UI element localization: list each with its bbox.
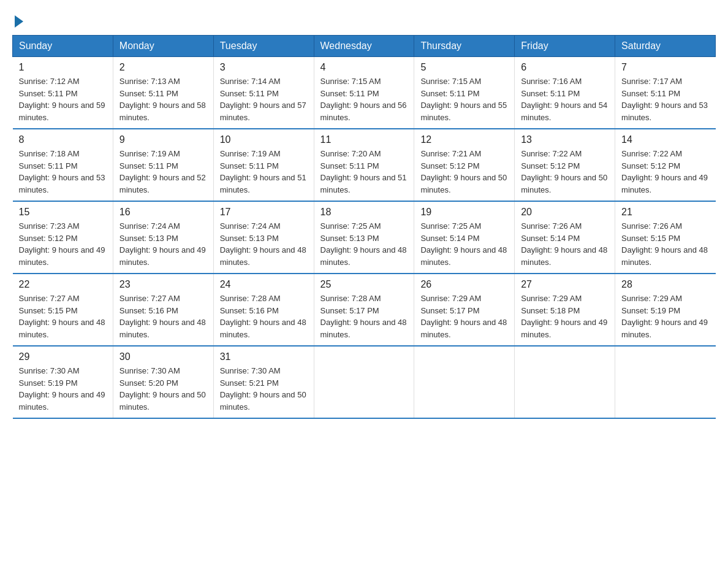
day-info: Sunrise: 7:24 AM Sunset: 5:13 PM Dayligh…: [220, 220, 308, 268]
calendar-day-cell: 12 Sunrise: 7:21 AM Sunset: 5:12 PM Dayl…: [414, 129, 515, 201]
day-number: 28: [621, 279, 709, 290]
day-info: Sunrise: 7:19 AM Sunset: 5:11 PM Dayligh…: [119, 148, 207, 196]
calendar-day-cell: 22 Sunrise: 7:27 AM Sunset: 5:15 PM Dayl…: [13, 274, 113, 346]
day-info: Sunrise: 7:28 AM Sunset: 5:16 PM Dayligh…: [220, 293, 308, 340]
calendar-day-cell: 29 Sunrise: 7:30 AM Sunset: 5:19 PM Dayl…: [13, 346, 113, 418]
day-info: Sunrise: 7:22 AM Sunset: 5:12 PM Dayligh…: [521, 148, 609, 196]
calendar-header: SundayMondayTuesdayWednesdayThursdayFrid…: [13, 36, 716, 57]
calendar-body: 1 Sunrise: 7:12 AM Sunset: 5:11 PM Dayli…: [13, 57, 716, 419]
day-number: 11: [320, 134, 408, 145]
day-info: Sunrise: 7:30 AM Sunset: 5:20 PM Dayligh…: [119, 365, 207, 413]
day-info: Sunrise: 7:27 AM Sunset: 5:16 PM Dayligh…: [119, 293, 207, 340]
weekday-header-saturday: Saturday: [615, 36, 716, 57]
calendar-day-cell: [615, 346, 716, 418]
day-number: 24: [220, 279, 308, 290]
day-info: Sunrise: 7:30 AM Sunset: 5:21 PM Dayligh…: [220, 365, 308, 413]
calendar-day-cell: 5 Sunrise: 7:15 AM Sunset: 5:11 PM Dayli…: [414, 57, 515, 129]
day-info: Sunrise: 7:26 AM Sunset: 5:15 PM Dayligh…: [621, 220, 709, 268]
day-number: 12: [420, 134, 508, 145]
day-info: Sunrise: 7:17 AM Sunset: 5:11 PM Dayligh…: [621, 75, 709, 123]
calendar-day-cell: 10 Sunrise: 7:19 AM Sunset: 5:11 PM Dayl…: [213, 129, 314, 201]
calendar-week-row: 15 Sunrise: 7:23 AM Sunset: 5:12 PM Dayl…: [13, 201, 716, 274]
day-number: 22: [19, 279, 107, 290]
day-number: 18: [320, 207, 408, 218]
calendar-week-row: 29 Sunrise: 7:30 AM Sunset: 5:19 PM Dayl…: [13, 346, 716, 418]
day-info: Sunrise: 7:28 AM Sunset: 5:17 PM Dayligh…: [320, 293, 408, 340]
calendar-day-cell: 25 Sunrise: 7:28 AM Sunset: 5:17 PM Dayl…: [314, 274, 414, 346]
day-number: 8: [19, 134, 107, 145]
day-info: Sunrise: 7:24 AM Sunset: 5:13 PM Dayligh…: [119, 220, 207, 268]
calendar-day-cell: 3 Sunrise: 7:14 AM Sunset: 5:11 PM Dayli…: [213, 57, 314, 129]
day-info: Sunrise: 7:29 AM Sunset: 5:19 PM Dayligh…: [621, 293, 709, 340]
day-info: Sunrise: 7:23 AM Sunset: 5:12 PM Dayligh…: [19, 220, 107, 268]
day-info: Sunrise: 7:15 AM Sunset: 5:11 PM Dayligh…: [420, 75, 508, 123]
calendar-day-cell: 8 Sunrise: 7:18 AM Sunset: 5:11 PM Dayli…: [13, 129, 113, 201]
calendar-day-cell: [414, 346, 515, 418]
day-info: Sunrise: 7:26 AM Sunset: 5:14 PM Dayligh…: [521, 220, 609, 268]
calendar-day-cell: 11 Sunrise: 7:20 AM Sunset: 5:11 PM Dayl…: [314, 129, 414, 201]
day-info: Sunrise: 7:14 AM Sunset: 5:11 PM Dayligh…: [220, 75, 308, 123]
weekday-header-sunday: Sunday: [13, 36, 113, 57]
day-info: Sunrise: 7:29 AM Sunset: 5:17 PM Dayligh…: [420, 293, 508, 340]
day-info: Sunrise: 7:25 AM Sunset: 5:13 PM Dayligh…: [320, 220, 408, 268]
day-number: 14: [621, 134, 709, 145]
day-number: 6: [521, 62, 609, 73]
weekday-header-tuesday: Tuesday: [213, 36, 314, 57]
calendar-day-cell: 20 Sunrise: 7:26 AM Sunset: 5:14 PM Dayl…: [515, 201, 615, 274]
day-info: Sunrise: 7:29 AM Sunset: 5:18 PM Dayligh…: [521, 293, 609, 340]
day-number: 10: [220, 134, 308, 145]
calendar-day-cell: 26 Sunrise: 7:29 AM Sunset: 5:17 PM Dayl…: [414, 274, 515, 346]
calendar-week-row: 8 Sunrise: 7:18 AM Sunset: 5:11 PM Dayli…: [13, 129, 716, 201]
calendar-table: SundayMondayTuesdayWednesdayThursdayFrid…: [12, 35, 716, 419]
day-number: 7: [621, 62, 709, 73]
calendar-day-cell: 1 Sunrise: 7:12 AM Sunset: 5:11 PM Dayli…: [13, 57, 113, 129]
weekday-header-friday: Friday: [515, 36, 615, 57]
day-info: Sunrise: 7:12 AM Sunset: 5:11 PM Dayligh…: [19, 75, 107, 123]
day-number: 23: [119, 279, 207, 290]
calendar-day-cell: 27 Sunrise: 7:29 AM Sunset: 5:18 PM Dayl…: [515, 274, 615, 346]
calendar-day-cell: 30 Sunrise: 7:30 AM Sunset: 5:20 PM Dayl…: [113, 346, 213, 418]
day-number: 17: [220, 207, 308, 218]
calendar-day-cell: 2 Sunrise: 7:13 AM Sunset: 5:11 PM Dayli…: [113, 57, 213, 129]
calendar-day-cell: 7 Sunrise: 7:17 AM Sunset: 5:11 PM Dayli…: [615, 57, 716, 129]
day-info: Sunrise: 7:25 AM Sunset: 5:14 PM Dayligh…: [420, 220, 508, 268]
day-info: Sunrise: 7:13 AM Sunset: 5:11 PM Dayligh…: [119, 75, 207, 123]
day-info: Sunrise: 7:20 AM Sunset: 5:11 PM Dayligh…: [320, 148, 408, 196]
day-number: 4: [320, 62, 408, 73]
day-number: 30: [119, 351, 207, 362]
day-info: Sunrise: 7:16 AM Sunset: 5:11 PM Dayligh…: [521, 75, 609, 123]
day-info: Sunrise: 7:15 AM Sunset: 5:11 PM Dayligh…: [320, 75, 408, 123]
day-number: 26: [420, 279, 508, 290]
calendar-day-cell: 24 Sunrise: 7:28 AM Sunset: 5:16 PM Dayl…: [213, 274, 314, 346]
calendar-day-cell: 17 Sunrise: 7:24 AM Sunset: 5:13 PM Dayl…: [213, 201, 314, 274]
day-number: 3: [220, 62, 308, 73]
weekday-header-row: SundayMondayTuesdayWednesdayThursdayFrid…: [13, 36, 716, 57]
day-number: 27: [521, 279, 609, 290]
weekday-header-wednesday: Wednesday: [314, 36, 414, 57]
day-number: 9: [119, 134, 207, 145]
weekday-header-thursday: Thursday: [414, 36, 515, 57]
calendar-day-cell: 19 Sunrise: 7:25 AM Sunset: 5:14 PM Dayl…: [414, 201, 515, 274]
calendar-day-cell: 21 Sunrise: 7:26 AM Sunset: 5:15 PM Dayl…: [615, 201, 716, 274]
calendar-day-cell: 13 Sunrise: 7:22 AM Sunset: 5:12 PM Dayl…: [515, 129, 615, 201]
day-number: 29: [19, 351, 107, 362]
day-number: 5: [420, 62, 508, 73]
day-info: Sunrise: 7:22 AM Sunset: 5:12 PM Dayligh…: [621, 148, 709, 196]
day-number: 16: [119, 207, 207, 218]
weekday-header-monday: Monday: [113, 36, 213, 57]
calendar-day-cell: 31 Sunrise: 7:30 AM Sunset: 5:21 PM Dayl…: [213, 346, 314, 418]
calendar-day-cell: 18 Sunrise: 7:25 AM Sunset: 5:13 PM Dayl…: [314, 201, 414, 274]
calendar-week-row: 1 Sunrise: 7:12 AM Sunset: 5:11 PM Dayli…: [13, 57, 716, 129]
day-info: Sunrise: 7:27 AM Sunset: 5:15 PM Dayligh…: [19, 293, 107, 340]
day-number: 2: [119, 62, 207, 73]
day-number: 31: [220, 351, 308, 362]
calendar-day-cell: 15 Sunrise: 7:23 AM Sunset: 5:12 PM Dayl…: [13, 201, 113, 274]
calendar-day-cell: 4 Sunrise: 7:15 AM Sunset: 5:11 PM Dayli…: [314, 57, 414, 129]
day-number: 21: [621, 207, 709, 218]
logo-blue-row: [12, 15, 23, 29]
calendar-week-row: 22 Sunrise: 7:27 AM Sunset: 5:15 PM Dayl…: [13, 274, 716, 346]
day-number: 19: [420, 207, 508, 218]
day-number: 15: [19, 207, 107, 218]
day-number: 13: [521, 134, 609, 145]
day-number: 1: [19, 62, 107, 73]
